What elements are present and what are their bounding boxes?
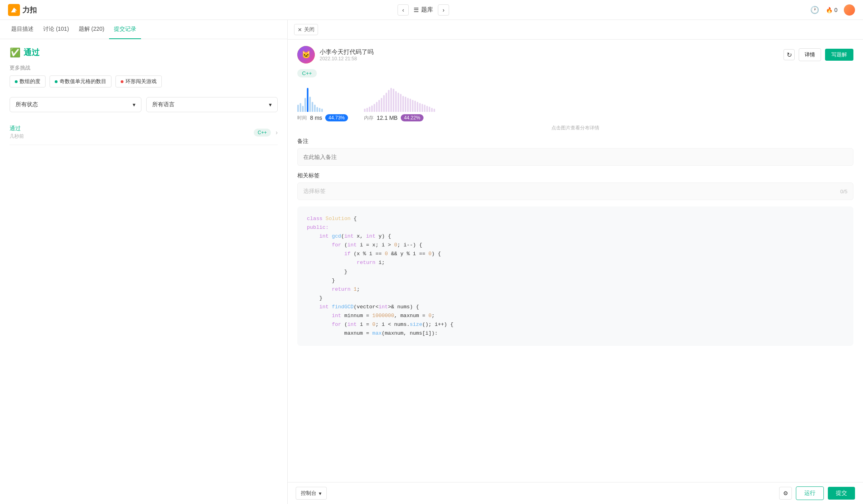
settings-icon: ⚙ bbox=[783, 490, 788, 496]
code-block: class Solution { public: int gcd(int x, … bbox=[297, 206, 853, 346]
time-value: 8 ms bbox=[310, 115, 322, 121]
tag-section-title: 相关标签 bbox=[297, 172, 853, 179]
tag-select[interactable]: 选择标签 0/5 bbox=[297, 183, 853, 200]
challenge-tag-1[interactable]: 奇数值单元格的数目 bbox=[50, 75, 111, 87]
challenge-tag-2[interactable]: 环形闯关游戏 bbox=[115, 75, 162, 87]
beat-time-badge: 44.73% bbox=[325, 114, 348, 121]
submit-button[interactable]: 提交 bbox=[828, 487, 855, 500]
left-panel: 题目描述 讨论 (101) 题解 (220) 提交记录 ✅ 通过 更多挑战 数组… bbox=[0, 20, 288, 504]
next-nav-button[interactable]: › bbox=[438, 4, 449, 16]
detail-panel: 🐱 小李今天打代码了吗 2022.10.12 21:58 ↻ 详情 写题解 C+… bbox=[288, 40, 863, 482]
main-layout: 题目描述 讨论 (101) 题解 (220) 提交记录 ✅ 通过 更多挑战 数组… bbox=[0, 20, 863, 504]
detail-button[interactable]: 详情 bbox=[799, 48, 821, 61]
refresh-button[interactable]: ↻ bbox=[783, 49, 795, 60]
chevron-right-icon: › bbox=[276, 129, 278, 136]
dot-red-2 bbox=[121, 80, 123, 83]
tabs: 题目描述 讨论 (101) 题解 (220) 提交记录 bbox=[0, 20, 287, 39]
header: 力扣 ‹ ☰ 题库 › 🕐 🔥 0 bbox=[0, 0, 863, 20]
challenge-label-2: 环形闯关游戏 bbox=[125, 78, 157, 85]
lang-badge: C++ bbox=[297, 69, 317, 77]
tag-count: 0/5 bbox=[840, 189, 847, 194]
console-button[interactable]: 控制台 ▾ bbox=[296, 487, 327, 500]
filters: 所有状态 ▾ 所有语言 ▾ bbox=[10, 97, 278, 112]
submission-time: 几秒前 bbox=[10, 133, 254, 140]
hamburger-icon: ☰ bbox=[414, 6, 419, 14]
left-content: ✅ 通过 更多挑战 数组的度 奇数值单元格的数目 环形闯关游戏 bbox=[0, 39, 287, 504]
user-row: 🐱 小李今天打代码了吗 2022.10.12 21:58 ↻ 详情 写题解 bbox=[297, 46, 853, 63]
perf-mem-section: 内存 12.1 MB 44.22% bbox=[364, 84, 435, 121]
bottom-bar: 控制台 ▾ ⚙ 运行 提交 bbox=[288, 482, 863, 504]
tab-solutions[interactable]: 题解 (220) bbox=[74, 20, 109, 39]
tab-description[interactable]: 题目描述 bbox=[6, 20, 38, 39]
fire-icon: 🔥 bbox=[826, 7, 833, 13]
write-solution-button[interactable]: 写题解 bbox=[825, 49, 853, 61]
close-icon: ✕ bbox=[298, 27, 302, 33]
mem-value: 12.1 MB bbox=[377, 115, 398, 121]
more-challenges-label: 更多挑战 bbox=[10, 64, 278, 71]
perf-time-section: 时间 8 ms 44.73% bbox=[297, 84, 348, 121]
nav-label[interactable]: ☰ 题库 bbox=[414, 6, 433, 14]
logo[interactable]: 力扣 bbox=[8, 4, 37, 16]
logo-icon bbox=[8, 4, 20, 16]
perf-time-chart[interactable] bbox=[297, 84, 348, 112]
run-button[interactable]: 运行 bbox=[796, 486, 824, 500]
tab-submissions[interactable]: 提交记录 bbox=[109, 20, 141, 39]
lang-filter[interactable]: 所有语言 ▾ bbox=[146, 97, 278, 112]
time-label: 时间 bbox=[297, 115, 307, 121]
chevron-down-icon: ▾ bbox=[133, 101, 135, 108]
console-label: 控制台 bbox=[301, 490, 316, 497]
submission-info: 通过 几秒前 bbox=[10, 125, 254, 140]
close-bar: ✕ 关闭 bbox=[288, 20, 863, 40]
close-button[interactable]: ✕ 关闭 bbox=[294, 24, 318, 35]
fire-count: 🔥 0 bbox=[826, 7, 837, 13]
perf-mem-chart[interactable] bbox=[364, 84, 435, 112]
logo-text: 力扣 bbox=[22, 5, 37, 15]
dot-green-1 bbox=[55, 80, 58, 83]
user-name: 小李今天打代码了吗 bbox=[320, 48, 374, 56]
challenge-tags: 数组的度 奇数值单元格的数目 环形闯关游戏 bbox=[10, 75, 278, 87]
challenge-label-0: 数组的度 bbox=[20, 78, 40, 85]
user-actions: ↻ 详情 写题解 bbox=[783, 48, 853, 61]
note-input[interactable] bbox=[297, 148, 853, 166]
header-right: 🕐 🔥 0 bbox=[810, 4, 855, 16]
user-avatar: 🐱 bbox=[297, 46, 315, 63]
submission-status: 通过 bbox=[10, 125, 254, 132]
avatar[interactable] bbox=[844, 4, 855, 16]
mem-label: 内存 bbox=[364, 115, 374, 121]
prev-nav-button[interactable]: ‹ bbox=[398, 4, 409, 16]
user-info: 小李今天打代码了吗 2022.10.12 21:58 bbox=[320, 48, 374, 62]
header-center: ‹ ☰ 题库 › bbox=[398, 4, 449, 16]
dot-green-0 bbox=[15, 80, 18, 83]
clock-icon[interactable]: 🕐 bbox=[810, 5, 819, 15]
user-time: 2022.10.12 21:58 bbox=[320, 56, 374, 62]
submission-row[interactable]: 通过 几秒前 C++ › bbox=[10, 120, 278, 145]
right-panel: ✕ 关闭 🐱 小李今天打代码了吗 2022.10.12 21:58 ↻ 详情 写… bbox=[288, 20, 863, 504]
beat-mem-badge: 44.22% bbox=[401, 114, 424, 121]
submission-lang: C++ bbox=[254, 129, 271, 137]
bottom-right: ⚙ 运行 提交 bbox=[779, 486, 855, 500]
settings-button[interactable]: ⚙ bbox=[779, 487, 792, 500]
perf-area: 时间 8 ms 44.73% bbox=[297, 84, 853, 121]
tab-discussion[interactable]: 讨论 (101) bbox=[38, 20, 74, 39]
chevron-down-icon-console: ▾ bbox=[319, 490, 322, 496]
status-pass: ✅ 通过 bbox=[10, 47, 278, 58]
check-icon: ✅ bbox=[10, 48, 20, 58]
challenge-label-1: 奇数值单元格的数目 bbox=[60, 78, 106, 85]
tag-placeholder: 选择标签 bbox=[303, 188, 326, 195]
note-section-title: 备注 bbox=[297, 138, 853, 145]
status-filter[interactable]: 所有状态 ▾ bbox=[10, 97, 141, 112]
perf-click-hint[interactable]: 点击图片查看分布详情 bbox=[297, 125, 853, 131]
chevron-down-icon-lang: ▾ bbox=[269, 101, 272, 108]
challenge-tag-0[interactable]: 数组的度 bbox=[10, 75, 46, 87]
